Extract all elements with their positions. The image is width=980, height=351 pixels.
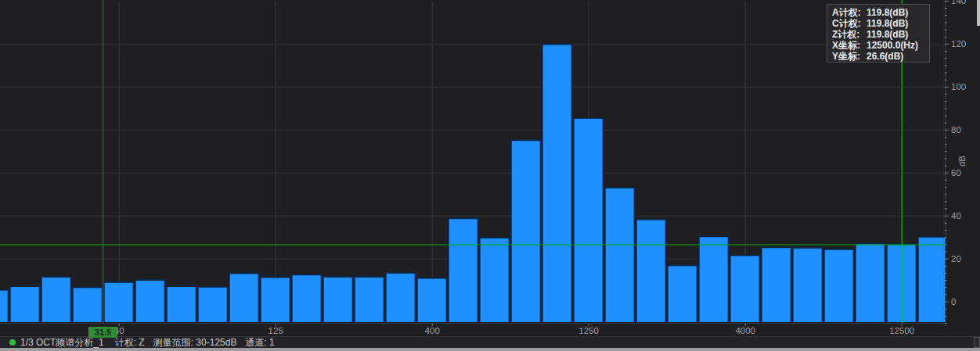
bar-160hz[interactable] bbox=[292, 274, 322, 323]
bar-63hz[interactable] bbox=[167, 286, 196, 323]
y-axis: 020406080100120140dB bbox=[945, 0, 967, 324]
tooltip-row-a-weight: A计权: 119.8(dB) bbox=[832, 7, 929, 18]
bar-1250hz[interactable] bbox=[574, 118, 603, 323]
tooltip-label: X坐标: bbox=[832, 40, 867, 51]
bar-200hz[interactable] bbox=[323, 277, 353, 323]
bar-125hz[interactable] bbox=[261, 277, 290, 323]
x-tick-label-1250: 1250 bbox=[578, 326, 599, 335]
bar-5000hz[interactable] bbox=[762, 247, 791, 323]
bar-2000hz[interactable] bbox=[636, 220, 666, 323]
bar-40hz[interactable] bbox=[104, 282, 134, 323]
x-tick-label-12500: 12500 bbox=[889, 326, 914, 335]
svg-text:60: 60 bbox=[951, 168, 961, 177]
measurement-title: 1/3 OCT频谱分析_1 bbox=[20, 336, 104, 349]
bottom-right-corner-box bbox=[974, 337, 980, 348]
tooltip-row-y-coordinate: Y坐标: 26.6(dB) bbox=[832, 51, 929, 62]
weighting-status: 计权: Z bbox=[115, 336, 145, 349]
bar-80hz[interactable] bbox=[198, 287, 228, 323]
tooltip-value: 26.6(dB) bbox=[867, 51, 903, 62]
tooltip-value: 119.8(dB) bbox=[867, 29, 908, 40]
svg-text:120: 120 bbox=[951, 39, 966, 48]
tooltip-value: 12500.0(Hz) bbox=[867, 40, 918, 51]
tooltip-label: Z计权: bbox=[832, 29, 867, 40]
tooltip-label: Y坐标: bbox=[832, 51, 867, 62]
x-tick-label-4000: 4000 bbox=[735, 326, 755, 335]
bar-100hz[interactable] bbox=[229, 274, 259, 323]
bar-4000hz[interactable] bbox=[730, 255, 760, 323]
status-bar: 1/3 OCT频谱分析_1 计权: Z 测量范围: 30-125dB 通道: 1 bbox=[0, 336, 980, 348]
svg-text:20: 20 bbox=[951, 254, 961, 263]
bar-630hz[interactable] bbox=[480, 238, 510, 323]
tooltip-row-x-coordinate: X坐标: 12500.0(Hz) bbox=[832, 40, 929, 51]
marker-frequency-badge[interactable]: 31.5 bbox=[88, 327, 117, 338]
vertical-scrollbar-thumb[interactable] bbox=[977, 0, 980, 26]
svg-text:100: 100 bbox=[951, 82, 966, 91]
tooltip-row-c-weight: C计权: 119.8(dB) bbox=[832, 18, 929, 29]
bar-800hz[interactable] bbox=[511, 140, 541, 323]
tooltip-label: C计权: bbox=[832, 18, 867, 29]
cursor-readout-tooltip: A计权: 119.8(dB) C计权: 119.8(dB) Z计权: 119.8… bbox=[827, 4, 930, 63]
bar-1600hz[interactable] bbox=[605, 188, 635, 323]
octave-spectrum-analyzer-window: 020406080100120140dB40125400125040001250… bbox=[0, 0, 980, 351]
window-bottom-edge bbox=[0, 348, 980, 351]
channel-status: 通道: 1 bbox=[245, 336, 274, 349]
bar-10000hz[interactable] bbox=[856, 243, 885, 323]
x-tick-label-400: 400 bbox=[425, 326, 440, 335]
tooltip-row-z-weight: Z计权: 119.8(dB) bbox=[832, 29, 929, 40]
bar-31.5hz[interactable] bbox=[73, 287, 103, 323]
y-axis-unit-label: dB bbox=[957, 156, 967, 167]
tooltip-label: A计权: bbox=[832, 7, 867, 18]
bar-500hz[interactable] bbox=[449, 218, 478, 323]
bar-16hz[interactable] bbox=[0, 290, 9, 323]
bar-8000hz[interactable] bbox=[824, 249, 854, 323]
svg-text:140: 140 bbox=[951, 0, 966, 5]
bar-25hz[interactable] bbox=[41, 277, 71, 323]
x-axis: 401254001250400012500 bbox=[114, 324, 914, 335]
bar-6300hz[interactable] bbox=[793, 248, 823, 323]
svg-text:0: 0 bbox=[951, 297, 956, 306]
bar-1000hz[interactable] bbox=[542, 44, 572, 323]
svg-text:40: 40 bbox=[951, 211, 961, 220]
bar-20hz[interactable] bbox=[10, 286, 40, 323]
bar-16000hz[interactable] bbox=[918, 237, 948, 323]
bar-50hz[interactable] bbox=[135, 280, 165, 323]
bar-400hz[interactable] bbox=[417, 278, 447, 323]
x-tick-label-125: 125 bbox=[268, 326, 283, 335]
tooltip-value: 119.8(dB) bbox=[867, 18, 908, 29]
bar-315hz[interactable] bbox=[386, 273, 416, 323]
status-indicator-dot bbox=[9, 339, 16, 346]
tooltip-value: 119.8(dB) bbox=[867, 7, 908, 18]
bar-3150hz[interactable] bbox=[699, 236, 729, 323]
bars[interactable] bbox=[0, 44, 948, 323]
range-status: 测量范围: 30-125dB bbox=[153, 336, 237, 349]
bar-2500hz[interactable] bbox=[668, 265, 697, 323]
bar-250hz[interactable] bbox=[355, 277, 384, 323]
svg-text:80: 80 bbox=[951, 125, 961, 134]
